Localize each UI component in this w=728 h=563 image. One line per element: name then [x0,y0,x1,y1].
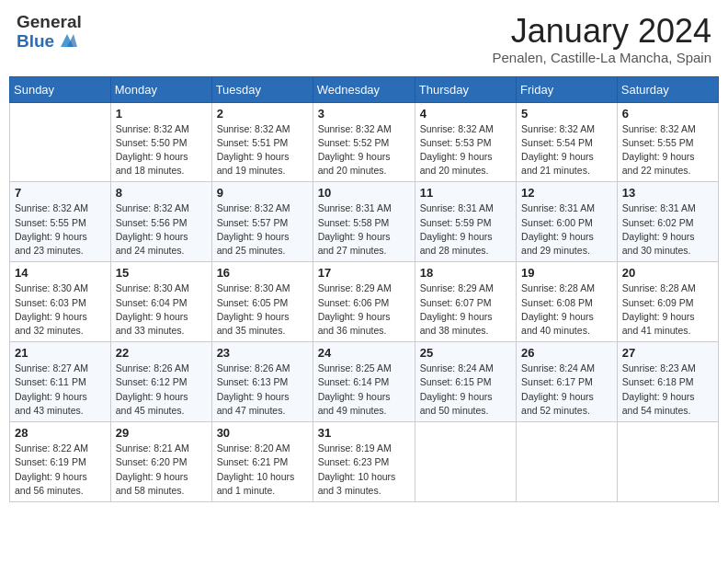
cell-details: Sunrise: 8:31 AMSunset: 5:58 PMDaylight:… [318,201,410,258]
calendar-cell: 11Sunrise: 8:31 AMSunset: 5:59 PMDayligh… [415,182,516,262]
cell-details: Sunrise: 8:32 AMSunset: 5:57 PMDaylight:… [217,201,308,258]
calendar-table: SundayMondayTuesdayWednesdayThursdayFrid… [9,76,719,502]
calendar-cell: 18Sunrise: 8:29 AMSunset: 6:07 PMDayligh… [415,262,516,342]
cell-details: Sunrise: 8:23 AMSunset: 6:18 PMDaylight:… [622,362,713,418]
day-number: 18 [420,266,511,280]
calendar-cell [415,422,516,502]
calendar-cell: 30Sunrise: 8:20 AMSunset: 6:21 PMDayligh… [211,422,313,502]
header: General Blue January 2024 Penalen, Casti… [9,9,719,69]
logo: General Blue [17,13,82,52]
calendar-cell: 24Sunrise: 8:25 AMSunset: 6:14 PMDayligh… [313,342,415,422]
cell-details: Sunrise: 8:32 AMSunset: 5:52 PMDaylight:… [318,122,410,178]
calendar-cell: 28Sunrise: 8:22 AMSunset: 6:19 PMDayligh… [10,422,111,502]
day-number: 21 [15,346,106,360]
calendar-cell: 15Sunrise: 8:30 AMSunset: 6:04 PMDayligh… [110,262,211,342]
cell-details: Sunrise: 8:32 AMSunset: 5:55 PMDaylight:… [622,122,713,178]
logo-blue: Blue [17,32,82,52]
calendar-cell: 10Sunrise: 8:31 AMSunset: 5:58 PMDayligh… [313,182,415,262]
col-header-thursday: Thursday [415,76,516,102]
calendar-cell [617,422,718,502]
cell-details: Sunrise: 8:30 AMSunset: 6:03 PMDaylight:… [15,282,106,338]
col-header-tuesday: Tuesday [211,76,313,102]
logo-icon [57,30,77,51]
calendar-cell: 27Sunrise: 8:23 AMSunset: 6:18 PMDayligh… [617,342,718,422]
calendar-cell: 5Sunrise: 8:32 AMSunset: 5:54 PMDaylight… [517,102,618,182]
cell-details: Sunrise: 8:30 AMSunset: 6:05 PMDaylight:… [217,282,308,338]
week-row-5: 28Sunrise: 8:22 AMSunset: 6:19 PMDayligh… [10,422,719,502]
day-number: 10 [318,186,410,200]
day-number: 1 [116,107,207,121]
calendar-cell: 9Sunrise: 8:32 AMSunset: 5:57 PMDaylight… [211,182,313,262]
calendar-cell: 7Sunrise: 8:32 AMSunset: 5:55 PMDaylight… [10,182,111,262]
cell-details: Sunrise: 8:31 AMSunset: 6:00 PMDaylight:… [521,201,612,258]
day-number: 14 [15,266,106,280]
calendar-cell: 8Sunrise: 8:32 AMSunset: 5:56 PMDaylight… [110,182,211,262]
day-number: 9 [217,186,308,200]
logo-general: General [17,13,82,32]
cell-details: Sunrise: 8:22 AMSunset: 6:19 PMDaylight:… [15,442,106,498]
calendar-cell: 25Sunrise: 8:24 AMSunset: 6:15 PMDayligh… [415,342,516,422]
day-number: 11 [420,186,511,200]
cell-details: Sunrise: 8:28 AMSunset: 6:08 PMDaylight:… [521,282,612,338]
day-number: 16 [217,266,308,280]
calendar-cell: 21Sunrise: 8:27 AMSunset: 6:11 PMDayligh… [10,342,111,422]
day-number: 27 [622,346,713,360]
week-row-3: 14Sunrise: 8:30 AMSunset: 6:03 PMDayligh… [10,262,719,342]
calendar-cell: 12Sunrise: 8:31 AMSunset: 6:00 PMDayligh… [517,182,618,262]
day-number: 31 [318,426,410,440]
cell-details: Sunrise: 8:32 AMSunset: 5:54 PMDaylight:… [521,122,612,178]
calendar-cell: 14Sunrise: 8:30 AMSunset: 6:03 PMDayligh… [10,262,111,342]
col-header-sunday: Sunday [10,76,111,102]
calendar-cell: 13Sunrise: 8:31 AMSunset: 6:02 PMDayligh… [617,182,718,262]
cell-details: Sunrise: 8:31 AMSunset: 5:59 PMDaylight:… [420,201,511,258]
calendar-cell: 29Sunrise: 8:21 AMSunset: 6:20 PMDayligh… [110,422,211,502]
calendar-cell: 20Sunrise: 8:28 AMSunset: 6:09 PMDayligh… [617,262,718,342]
week-row-2: 7Sunrise: 8:32 AMSunset: 5:55 PMDaylight… [10,182,719,262]
cell-details: Sunrise: 8:30 AMSunset: 6:04 PMDaylight:… [116,282,207,338]
title-block: January 2024 Penalen, Castille-La Mancha… [493,13,711,65]
day-number: 30 [217,426,308,440]
col-header-saturday: Saturday [617,76,718,102]
day-number: 5 [521,107,612,121]
day-number: 8 [116,186,207,200]
day-number: 2 [217,107,308,121]
day-number: 12 [521,186,612,200]
cell-details: Sunrise: 8:32 AMSunset: 5:55 PMDaylight:… [15,201,106,258]
header-row: SundayMondayTuesdayWednesdayThursdayFrid… [10,76,719,102]
col-header-friday: Friday [517,76,618,102]
col-header-monday: Monday [110,76,211,102]
cell-details: Sunrise: 8:24 AMSunset: 6:15 PMDaylight:… [420,362,511,418]
day-number: 4 [420,107,511,121]
col-header-wednesday: Wednesday [313,76,415,102]
calendar-cell: 6Sunrise: 8:32 AMSunset: 5:55 PMDaylight… [617,102,718,182]
day-number: 19 [521,266,612,280]
calendar-title: January 2024 [493,13,711,50]
cell-details: Sunrise: 8:21 AMSunset: 6:20 PMDaylight:… [116,442,207,498]
page-wrapper: General Blue January 2024 Penalen, Casti… [9,9,719,502]
cell-details: Sunrise: 8:26 AMSunset: 6:13 PMDaylight:… [217,362,308,418]
day-number: 15 [116,266,207,280]
cell-details: Sunrise: 8:25 AMSunset: 6:14 PMDaylight:… [318,362,410,418]
cell-details: Sunrise: 8:31 AMSunset: 6:02 PMDaylight:… [622,201,713,258]
cell-details: Sunrise: 8:24 AMSunset: 6:17 PMDaylight:… [521,362,612,418]
calendar-cell [517,422,618,502]
calendar-cell: 17Sunrise: 8:29 AMSunset: 6:06 PMDayligh… [313,262,415,342]
cell-details: Sunrise: 8:26 AMSunset: 6:12 PMDaylight:… [116,362,207,418]
week-row-1: 1Sunrise: 8:32 AMSunset: 5:50 PMDaylight… [10,102,719,182]
day-number: 17 [318,266,410,280]
day-number: 26 [521,346,612,360]
day-number: 6 [622,107,713,121]
calendar-cell: 2Sunrise: 8:32 AMSunset: 5:51 PMDaylight… [211,102,313,182]
cell-details: Sunrise: 8:32 AMSunset: 5:50 PMDaylight:… [116,122,207,178]
day-number: 24 [318,346,410,360]
calendar-cell: 23Sunrise: 8:26 AMSunset: 6:13 PMDayligh… [211,342,313,422]
calendar-location: Penalen, Castille-La Mancha, Spain [493,50,711,65]
day-number: 25 [420,346,511,360]
cell-details: Sunrise: 8:28 AMSunset: 6:09 PMDaylight:… [622,282,713,338]
cell-details: Sunrise: 8:29 AMSunset: 6:06 PMDaylight:… [318,282,410,338]
day-number: 28 [15,426,106,440]
day-number: 23 [217,346,308,360]
cell-details: Sunrise: 8:27 AMSunset: 6:11 PMDaylight:… [15,362,106,418]
cell-details: Sunrise: 8:32 AMSunset: 5:51 PMDaylight:… [217,122,308,178]
calendar-cell: 26Sunrise: 8:24 AMSunset: 6:17 PMDayligh… [517,342,618,422]
